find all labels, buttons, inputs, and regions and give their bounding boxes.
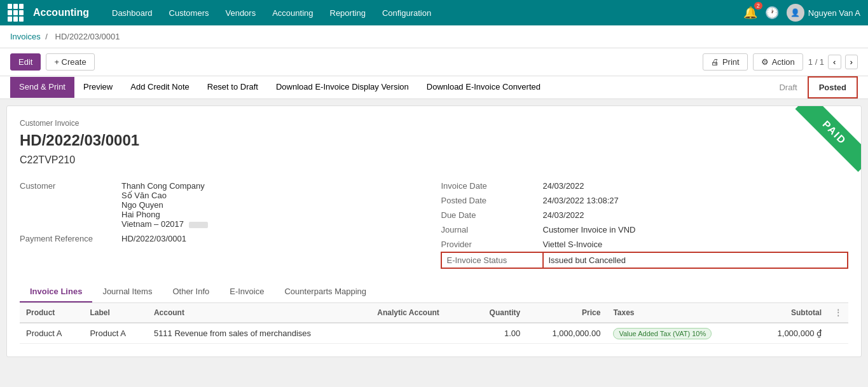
- tab-e-invoice[interactable]: E-Invoice: [219, 282, 274, 302]
- print-label: Print: [722, 57, 740, 67]
- notification-badge: 2: [754, 2, 762, 10]
- customer-address4: Vietnam – 02017: [121, 219, 423, 229]
- journal-value: Customer Invoice in VND: [543, 222, 848, 237]
- top-navigation: Accounting Dashboard Customers Vendors A…: [0, 0, 868, 25]
- action-label: Action: [772, 57, 795, 67]
- top-nav-right: 🔔 2 🕐 👤 Nguyen Van A: [743, 4, 860, 22]
- col-quantity: Quantity: [469, 303, 527, 323]
- info-right: Invoice Date 24/03/2022 Posted Date 24/0…: [441, 179, 849, 269]
- tab-journal-items[interactable]: Journal Items: [92, 282, 162, 302]
- customer-address1: Số Văn Cao: [121, 191, 423, 200]
- user-menu[interactable]: 👤 Nguyen Van A: [787, 4, 860, 22]
- due-date-label: Due Date: [441, 208, 543, 222]
- nav-reporting[interactable]: Reporting: [322, 4, 373, 22]
- journal-label: Journal: [441, 222, 543, 237]
- paid-ribbon-text: PAID: [795, 106, 861, 172]
- breadcrumb: Invoices / HD/2022/03/0001: [0, 25, 868, 48]
- download-display-button[interactable]: Download E-Invoice Display Version: [267, 77, 418, 98]
- nav-menu: Dashboard Customers Vendors Accounting R…: [104, 4, 741, 22]
- customer-name: Thanh Cong Company: [121, 181, 423, 191]
- notifications-icon[interactable]: 🔔 2: [743, 6, 757, 20]
- row-quantity: 1.00: [469, 323, 527, 344]
- main-content: PAID Customer Invoice HD/2022/03/0001 C2…: [6, 105, 862, 357]
- provider-value: Viettel S-Invoice: [543, 237, 848, 252]
- payment-ref-label: Payment Reference: [20, 231, 121, 246]
- edit-button[interactable]: Edit: [10, 53, 41, 71]
- pagination-text: 1 / 1: [808, 57, 824, 67]
- nav-vendors[interactable]: Vendors: [217, 4, 263, 22]
- nav-dashboard[interactable]: Dashboard: [104, 4, 160, 22]
- create-button[interactable]: + Create: [46, 53, 94, 71]
- reset-to-draft-button[interactable]: Reset to Draft: [198, 77, 267, 98]
- row-account: 5111 Revenue from sales of merchandises: [148, 323, 371, 344]
- add-credit-note-button[interactable]: Add Credit Note: [121, 77, 198, 98]
- col-label: Label: [83, 303, 147, 323]
- action-bar: Edit + Create 🖨 Print ⚙ Action 1 / 1 ‹ ›: [0, 48, 868, 76]
- col-taxes: Taxes: [607, 303, 753, 323]
- row-product: Product A: [20, 323, 83, 344]
- col-price: Price: [527, 303, 607, 323]
- info-grid: Customer Thanh Cong Company Số Văn Cao N…: [20, 179, 848, 269]
- prev-page-button[interactable]: ‹: [828, 55, 841, 69]
- breadcrumb-current: HD/2022/03/0001: [55, 32, 120, 41]
- doc-label: Customer Invoice: [20, 119, 848, 128]
- brand-title: Accounting: [33, 7, 89, 18]
- col-account: Account: [148, 303, 371, 323]
- tax-badge: Value Added Tax (VAT) 10%: [613, 328, 712, 339]
- preview-button[interactable]: Preview: [74, 77, 121, 98]
- customer-label: Customer: [20, 179, 121, 231]
- row-price: 1,000,000.00: [527, 323, 607, 344]
- print-button[interactable]: 🖨 Print: [703, 53, 748, 71]
- app-grid-icon[interactable]: [8, 4, 25, 22]
- breadcrumb-separator: /: [45, 32, 48, 41]
- tab-invoice-lines[interactable]: Invoice Lines: [20, 282, 92, 302]
- posted-date-label: Posted Date: [441, 193, 543, 208]
- col-settings[interactable]: ⋮: [828, 303, 848, 323]
- send-print-button[interactable]: Send & Print: [10, 77, 74, 98]
- next-page-button[interactable]: ›: [845, 55, 858, 69]
- due-date-value: 24/03/2022: [543, 208, 848, 222]
- customer-address3: Hai Phong: [121, 210, 423, 219]
- col-product: Product: [20, 303, 83, 323]
- provider-label: Provider: [441, 237, 543, 252]
- row-label: Product A: [83, 323, 147, 344]
- tab-counterparts[interactable]: Counterparts Mapping: [274, 282, 376, 302]
- customer-info: Thanh Cong Company Số Văn Cao Ngo Quyen …: [121, 179, 428, 231]
- clock-icon[interactable]: 🕐: [765, 6, 779, 20]
- payment-ref-value: HD/2022/03/0001: [121, 231, 428, 246]
- state-posted[interactable]: Posted: [808, 76, 858, 98]
- column-settings-icon[interactable]: ⋮: [834, 308, 842, 317]
- invoice-lines-table: Product Label Account Analytic Account Q…: [20, 303, 848, 344]
- invoice-tabs: Invoice Lines Journal Items Other Info E…: [20, 282, 848, 303]
- printer-icon: 🖨: [711, 57, 719, 67]
- user-name: Nguyen Van A: [808, 8, 860, 18]
- info-left: Customer Thanh Cong Company Số Văn Cao N…: [20, 179, 428, 269]
- doc-number: HD/2022/03/0001: [20, 132, 848, 149]
- table-row: Product A Product A 5111 Revenue from sa…: [20, 323, 848, 344]
- posted-date-value: 24/03/2022 13:08:27: [543, 193, 848, 208]
- einvoice-status-label: E-Invoice Status: [441, 252, 543, 268]
- pagination: 1 / 1 ‹ ›: [808, 55, 858, 69]
- status-bar: Send & Print Preview Add Credit Note Res…: [0, 76, 868, 99]
- download-converted-button[interactable]: Download E-Invoice Converted: [418, 77, 549, 98]
- user-avatar: 👤: [787, 4, 804, 22]
- row-subtotal: 1,000,000 ₫: [753, 323, 828, 344]
- einvoice-status-value: Issued but Cancelled: [543, 252, 848, 268]
- state-draft[interactable]: Draft: [769, 78, 807, 97]
- col-analytic: Analytic Account: [371, 303, 469, 323]
- gear-icon: ⚙: [761, 57, 769, 67]
- row-actions: [828, 323, 848, 344]
- col-subtotal: Subtotal: [753, 303, 828, 323]
- invoice-date-label: Invoice Date: [441, 179, 543, 193]
- tab-other-info[interactable]: Other Info: [162, 282, 219, 302]
- nav-configuration[interactable]: Configuration: [375, 4, 439, 22]
- paid-ribbon: PAID: [785, 106, 861, 182]
- nav-customers[interactable]: Customers: [162, 4, 217, 22]
- row-analytic: [371, 323, 469, 344]
- nav-accounting[interactable]: Accounting: [265, 4, 320, 22]
- customer-address2: Ngo Quyen: [121, 200, 423, 210]
- action-button[interactable]: ⚙ Action: [753, 53, 803, 71]
- row-taxes: Value Added Tax (VAT) 10%: [607, 323, 753, 344]
- breadcrumb-parent[interactable]: Invoices: [10, 32, 41, 41]
- doc-ref: C22TVP210: [20, 154, 848, 166]
